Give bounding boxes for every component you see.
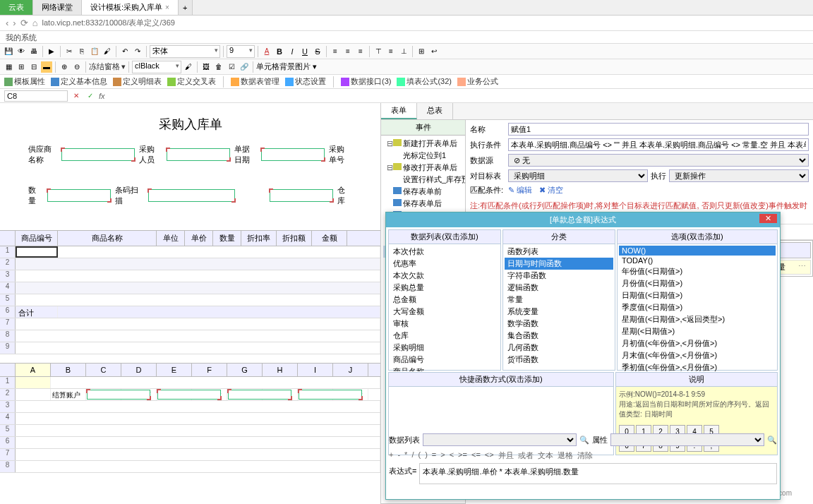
list-item[interactable]: 几何函数 [505,342,613,354]
op-button[interactable]: - [397,450,400,461]
tab-form[interactable]: 表单 [381,103,417,119]
category-list[interactable]: 函数列表日期与时间函数字符串函数逻辑函数常量系统变量数学函数集合函数几何函数货币… [503,244,615,371]
print-icon[interactable]: 🖶 [28,46,40,57]
save-icon[interactable]: 💾 [3,46,14,57]
valign-bot-icon[interactable]: ⊥ [398,46,409,57]
back-icon[interactable]: ‹ [6,18,8,28]
valign-mid-icon[interactable]: ≡ [385,46,397,57]
option-list[interactable]: NOW()TODAY()年份值(<日期值>)月份值(<日期值>)日期值(<日期值… [618,244,777,371]
op-button[interactable]: > [440,450,445,461]
expression-box[interactable]: 本表单.采购明细.单价 * 本表单.采购明细.数量 [419,463,777,484]
merge-icon[interactable]: ⊞ [416,46,427,57]
list-item[interactable]: 大写金额 [390,306,499,318]
list-item[interactable]: 审核 [390,318,499,330]
field-qty[interactable] [47,189,111,202]
valign-top-icon[interactable]: ⊤ [373,46,384,57]
tree-node[interactable]: 光标定位到1 [383,150,463,162]
op-button[interactable]: 文本 [538,450,553,461]
list-item[interactable]: 商品编号 [390,354,499,366]
cut-icon[interactable]: ✂ [64,46,75,57]
list-item[interactable]: 月初值(<年份值>,<月份值>) [619,337,776,349]
op-button[interactable]: 清除 [577,450,593,461]
color-combo[interactable]: clBlack [132,61,181,73]
confirm-edit-icon[interactable]: ✓ [85,90,96,102]
list-item[interactable]: 常量 [505,294,613,306]
field-supplier[interactable] [61,148,135,161]
data-interface[interactable]: 数据接口(3) [341,76,391,87]
prop-cond-input[interactable] [508,138,809,151]
def-cross[interactable]: 定义交叉表 [167,76,216,87]
checkbox-icon[interactable]: ☑ [226,61,237,73]
preview-icon[interactable]: 👁 [16,46,27,57]
insert-row-icon[interactable]: ⊕ [59,61,70,73]
list-item[interactable]: 日期值(<日期值>) [619,289,776,301]
op-button[interactable]: ( [418,450,421,461]
formula-input[interactable] [108,90,809,102]
fill-icon[interactable]: ▬ [41,61,52,73]
op-button[interactable]: ) [425,450,428,461]
list-item[interactable]: 逻辑函数 [505,282,613,294]
run-icon[interactable]: ▶ [46,46,57,57]
clear-link[interactable]: ✖ 清空 [539,185,563,196]
link-icon[interactable]: 🔗 [239,61,250,73]
italic-icon[interactable]: I [287,46,298,57]
tab-design[interactable]: 设计模板:采购入库单× [82,0,179,15]
freeze-panes[interactable]: 冻结窗格 ▾ [89,61,126,72]
tab-app[interactable]: 云表 [0,0,33,15]
list-item[interactable]: 仓库 [390,330,499,342]
border-icon[interactable]: ⊞ [16,61,27,73]
list-item[interactable]: 本次付款 [390,246,499,258]
cell-ref-input[interactable] [4,90,68,102]
list-item[interactable]: 系统变量 [505,306,613,318]
close-icon[interactable]: × [165,4,169,11]
field-blank[interactable] [270,189,333,202]
list-item[interactable]: 货币函数 [505,354,613,366]
field-barcode[interactable] [148,189,235,202]
op-button[interactable]: = [432,450,436,461]
op-button[interactable]: 或者 [518,450,534,461]
data-list[interactable]: 本次付款优惠率本次欠款采购总量总金额大写金额审核仓库采购明细 商品编号 商品名称… [389,244,500,371]
list-item[interactable]: 星期值(<日期值>,<返回类型>) [619,313,776,325]
active-cell[interactable] [16,246,58,258]
attr-select[interactable] [610,433,764,446]
def-basic[interactable]: 定义基本信息 [51,76,107,87]
list-item[interactable]: 数学函数 [505,318,613,330]
align-right-icon[interactable]: ≡ [355,46,366,57]
table-icon[interactable]: ▦ [3,61,14,73]
list-item[interactable]: 字符串函数 [505,270,613,282]
format-icon[interactable]: 🖌 [102,46,113,57]
paint-icon[interactable]: 🖌 [183,61,194,73]
paste-icon[interactable]: 📋 [89,46,100,57]
list-item[interactable]: 星期(<日期值>) [619,325,776,337]
align-left-icon[interactable]: ≡ [330,46,341,57]
op-button[interactable]: < [450,450,454,461]
data-table-mgr[interactable]: 数据表管理 [231,76,279,87]
op-button[interactable]: * [404,450,407,461]
tree-node[interactable]: ⊟修改打开表单后 [383,162,463,174]
forward-icon[interactable]: › [13,18,16,28]
list-item[interactable]: 函数列表 [505,246,613,258]
tree-node[interactable]: 设置行样式_库存预警 [383,174,463,186]
tree-node[interactable]: 保存表单前 [383,186,463,198]
bold-icon[interactable]: B [274,46,285,57]
tab-add[interactable]: + [179,0,193,15]
field-date[interactable] [261,148,325,161]
op-button[interactable]: >= [458,450,467,461]
image-icon[interactable]: 🖼 [200,61,212,73]
size-combo[interactable]: 9 [227,45,255,58]
list-item[interactable]: 集合函数 [505,330,613,342]
datalist-select[interactable] [423,433,577,446]
tpl-props[interactable]: 模板属性 [4,76,45,87]
list-item[interactable]: 月份值(<日期值>) [619,277,776,289]
list-item[interactable]: NOW() [619,246,776,256]
op-button[interactable]: + [389,450,393,461]
tree-node[interactable]: 保存表单后 [383,198,463,210]
url-text[interactable]: lato.vicp.net:8332/10008/表单定义/369 [42,18,807,28]
edit-link[interactable]: ✎ 编辑 [508,185,532,196]
fill-formula[interactable]: 填表公式(32) [397,76,452,87]
align-center-icon[interactable]: ≡ [342,46,354,57]
tab-classroom[interactable]: 网络课堂 [33,0,82,15]
op-button[interactable]: <> [485,450,494,461]
font-color-icon[interactable]: A [261,46,272,57]
wrap-icon[interactable]: ↩ [428,46,440,57]
